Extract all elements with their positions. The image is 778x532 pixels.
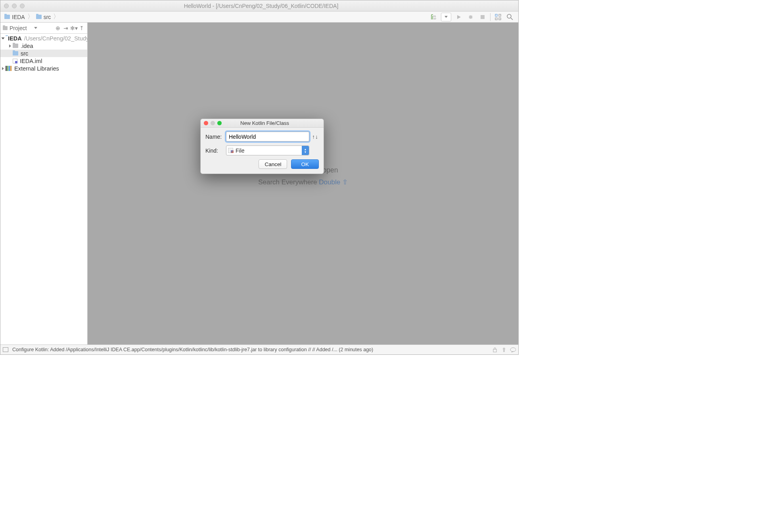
tree-path: /Users/CnPeng/02_Study/0 — [24, 35, 87, 42]
breadcrumb-label: IEDA — [12, 14, 25, 20]
make-icon[interactable]: 0110 — [429, 13, 438, 21]
debug-icon[interactable] — [466, 13, 475, 21]
tree-label: IEDA.iml — [20, 58, 42, 64]
notifications-icon[interactable] — [510, 347, 516, 353]
inspection-icon[interactable] — [501, 347, 507, 353]
project-icon — [3, 26, 8, 30]
hint-shortcut: Double ⇧ — [319, 178, 348, 186]
window-zoom-dot[interactable] — [20, 4, 25, 8]
tree-label: .idea — [21, 43, 33, 49]
hide-icon[interactable]: ⤒ — [79, 25, 85, 31]
toolbar-right: 0110 — [429, 13, 516, 21]
status-message[interactable]: Configure Kotlin: Added /Applications/In… — [12, 347, 373, 352]
lock-icon[interactable] — [492, 347, 498, 353]
tree-label: IEDA — [8, 35, 22, 42]
collapse-all-icon[interactable]: ⇥ — [63, 25, 69, 31]
breadcrumb-item[interactable]: src — [34, 11, 53, 22]
name-row: Name: ↑↓ — [205, 132, 319, 142]
dialog-buttons: Cancel OK — [205, 159, 319, 169]
kind-value: File — [236, 147, 245, 154]
svg-line-9 — [511, 18, 513, 20]
main-split: Project ⊕ ⇥ ✻▾ ⤒ IEDA /Users/CnPeng/02_S… — [0, 23, 518, 344]
svg-point-11 — [503, 348, 505, 350]
status-bar: Configure Kotlin: Added /Applications/In… — [0, 344, 518, 354]
new-kotlin-file-dialog: New Kotlin File/Class Name: ↑↓ Kind: Fil… — [200, 119, 324, 174]
name-label: Name: — [205, 134, 226, 140]
window-title: HelloWorld - [/Users/CnPeng/02_Study/06_… — [28, 3, 518, 9]
scroll-to-source-icon[interactable]: ⊕ — [55, 25, 61, 31]
breadcrumb-item[interactable]: IEDA — [3, 11, 27, 22]
project-tree[interactable]: IEDA /Users/CnPeng/02_Study/0 .idea src — [0, 34, 87, 72]
chevron-down-icon[interactable] — [34, 27, 37, 29]
window-close-dot[interactable] — [4, 4, 9, 8]
toolbar-separator — [490, 13, 491, 21]
gear-icon[interactable]: ✻▾ — [71, 25, 77, 31]
expand-toggle-icon[interactable] — [2, 67, 4, 70]
tree-label: External Libraries — [14, 65, 59, 72]
run-config-dropdown[interactable] — [441, 13, 451, 21]
structure-icon[interactable] — [494, 13, 502, 21]
dialog-minimize-icon — [211, 121, 215, 125]
dialog-titlebar[interactable]: New Kotlin File/Class — [201, 119, 324, 128]
folder-icon — [4, 15, 10, 19]
tree-node-folder[interactable]: .idea — [0, 42, 87, 50]
source-folder-icon — [13, 51, 18, 55]
svg-rect-3 — [481, 15, 485, 19]
status-bar-right — [492, 347, 516, 353]
chevron-right-icon: 〉 — [53, 13, 59, 21]
hint-line: Search Everywhere Double ⇧ — [258, 176, 348, 189]
ide-window: HelloWorld - [/Users/CnPeng/02_Study/06_… — [0, 0, 519, 355]
svg-text:10: 10 — [433, 17, 436, 20]
expand-toggle-icon[interactable] — [2, 37, 5, 39]
editor-empty-hints: Search Everywhere Double ⇧ — [258, 176, 348, 189]
search-icon[interactable] — [506, 13, 514, 21]
project-tool-window: Project ⊕ ⇥ ✻▾ ⤒ IEDA /Users/CnPeng/02_S… — [0, 23, 88, 344]
history-arrows-icon[interactable]: ↑↓ — [312, 134, 319, 140]
dialog-close-icon[interactable] — [204, 121, 208, 125]
expand-toggle-icon[interactable] — [9, 44, 11, 48]
tool-windows-icon[interactable] — [3, 347, 8, 352]
tree-label: src — [21, 50, 28, 57]
dialog-zoom-icon[interactable] — [217, 121, 222, 125]
tree-node-folder[interactable]: src — [0, 50, 87, 57]
tree-node-external-libs[interactable]: External Libraries — [0, 65, 87, 72]
svg-rect-6 — [495, 18, 497, 20]
dialog-title: New Kotlin File/Class — [224, 120, 324, 126]
hint-text: Search Everywhere — [258, 178, 319, 186]
tree-node-file[interactable]: IEDA.iml — [0, 57, 87, 65]
select-arrows-icon: ▲▼ — [302, 146, 309, 155]
iml-file-icon — [13, 59, 17, 63]
tree-node-project[interactable]: IEDA /Users/CnPeng/02_Study/0 — [0, 34, 87, 42]
svg-rect-4 — [495, 14, 497, 16]
run-icon[interactable] — [454, 13, 463, 21]
kind-row: Kind: File ▲▼ — [205, 145, 319, 155]
name-input[interactable] — [226, 132, 309, 142]
stop-icon[interactable] — [478, 13, 487, 21]
svg-rect-5 — [499, 14, 501, 16]
folder-icon — [36, 15, 42, 19]
titlebar: HelloWorld - [/Users/CnPeng/02_Study/06_… — [0, 0, 518, 11]
libraries-icon — [6, 66, 12, 71]
navigation-bar: IEDA 〉 src 〉 0110 — [0, 11, 518, 23]
dialog-body: Name: ↑↓ Kind: File ▲▼ Ca — [201, 128, 324, 174]
project-view-title: Project — [10, 25, 27, 31]
folder-icon — [13, 44, 18, 48]
editor-area: Search Everywhere Double ⇧ Drop files he… — [88, 23, 518, 344]
breadcrumb-label: src — [44, 14, 51, 20]
chevron-right-icon: 〉 — [27, 13, 34, 21]
cancel-button[interactable]: Cancel — [259, 159, 287, 169]
kind-select[interactable]: File ▲▼ — [226, 145, 309, 155]
svg-rect-10 — [493, 349, 496, 352]
window-minimize-dot[interactable] — [12, 4, 17, 8]
svg-point-13 — [510, 348, 516, 352]
project-view-header[interactable]: Project ⊕ ⇥ ✻▾ ⤒ — [0, 23, 87, 34]
kotlin-file-icon — [228, 148, 233, 153]
ok-button[interactable]: OK — [291, 159, 319, 169]
svg-rect-7 — [499, 18, 501, 20]
kind-label: Kind: — [205, 147, 226, 154]
svg-rect-12 — [503, 350, 505, 352]
svg-point-8 — [507, 14, 511, 18]
